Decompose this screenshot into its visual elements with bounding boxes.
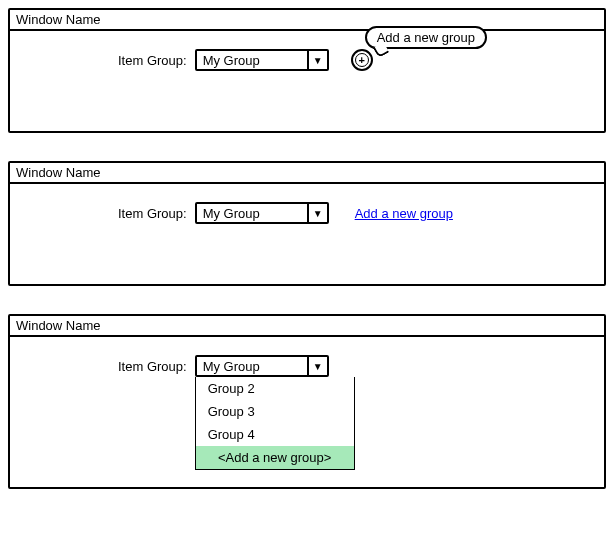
form-row: Item Group: My Group ▼ + Add a new group bbox=[18, 49, 596, 71]
select-option[interactable]: Group 3 bbox=[196, 400, 354, 423]
window-content: Item Group: My Group ▼ Add a new group bbox=[10, 184, 604, 284]
window-title: Window Name bbox=[10, 163, 604, 184]
window-title: Window Name bbox=[10, 10, 604, 31]
add-group-button[interactable]: + Add a new group bbox=[351, 49, 373, 71]
window-content: Item Group: My Group ▼ + Add a new group bbox=[10, 31, 604, 131]
item-group-label: Item Group: bbox=[118, 53, 187, 68]
item-group-label: Item Group: bbox=[118, 359, 187, 374]
plus-icon: + bbox=[355, 53, 369, 67]
window-title: Window Name bbox=[10, 316, 604, 337]
window-variant-3: Window Name Item Group: My Group ▼ Group… bbox=[8, 314, 606, 489]
select-value: My Group bbox=[197, 51, 307, 69]
add-group-option[interactable]: <Add a new group> bbox=[196, 446, 354, 469]
item-group-label: Item Group: bbox=[118, 206, 187, 221]
item-group-select[interactable]: My Group ▼ bbox=[195, 49, 329, 71]
add-group-tooltip: Add a new group bbox=[365, 26, 487, 49]
chevron-down-icon[interactable]: ▼ bbox=[307, 357, 327, 375]
window-variant-1: Window Name Item Group: My Group ▼ + Add… bbox=[8, 8, 606, 133]
select-value: My Group bbox=[197, 357, 307, 375]
chevron-down-icon[interactable]: ▼ bbox=[307, 204, 327, 222]
select-dropdown: Group 2 Group 3 Group 4 <Add a new group… bbox=[195, 377, 355, 470]
window-content: Item Group: My Group ▼ Group 2 Group 3 G… bbox=[10, 337, 604, 487]
form-row: Item Group: My Group ▼ Add a new group bbox=[18, 202, 596, 224]
select-option[interactable]: Group 4 bbox=[196, 423, 354, 446]
chevron-down-icon[interactable]: ▼ bbox=[307, 51, 327, 69]
select-option[interactable]: Group 2 bbox=[196, 377, 354, 400]
item-group-select[interactable]: My Group ▼ bbox=[195, 355, 329, 377]
item-group-select-wrapper: My Group ▼ Group 2 Group 3 Group 4 <Add … bbox=[195, 355, 329, 377]
window-variant-2: Window Name Item Group: My Group ▼ Add a… bbox=[8, 161, 606, 286]
form-row: Item Group: My Group ▼ Group 2 Group 3 G… bbox=[18, 355, 596, 377]
add-group-link[interactable]: Add a new group bbox=[355, 206, 453, 221]
item-group-select[interactable]: My Group ▼ bbox=[195, 202, 329, 224]
select-value: My Group bbox=[197, 204, 307, 222]
